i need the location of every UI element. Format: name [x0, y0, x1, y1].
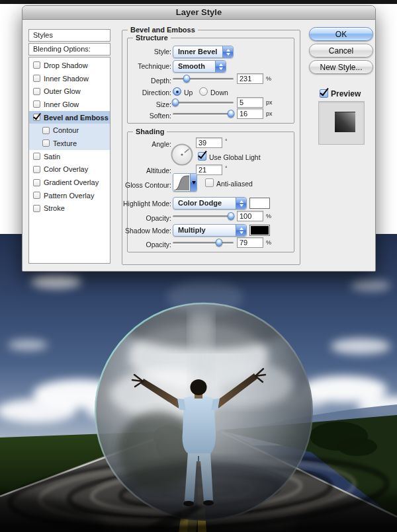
slider-thumb[interactable]	[171, 98, 179, 106]
checkbox-icon[interactable]	[33, 166, 40, 173]
checkbox-icon[interactable]	[33, 179, 40, 186]
popup-arrows-icon	[236, 198, 246, 209]
layer-style-dialog: Layer Style Styles Blending Options: Def…	[22, 5, 376, 272]
shadow-opacity-slider[interactable]	[173, 239, 234, 247]
sidebar-item-inner-shadow[interactable]: Inner Shadow	[29, 72, 110, 85]
highlight-opacity-slider[interactable]	[173, 212, 234, 221]
sidebar-item-bevel-and-emboss[interactable]: Bevel and Emboss	[29, 111, 110, 124]
preview-thumbnail-well	[318, 101, 365, 145]
sidebar-item-stroke[interactable]: Stroke	[29, 202, 110, 215]
checkbox-icon[interactable]	[42, 139, 50, 147]
shadow-opacity-input[interactable]	[237, 237, 263, 248]
size-input[interactable]	[237, 97, 263, 108]
photo-art	[0, 234, 397, 532]
gloss-contour-label: Gloss Contour:	[110, 181, 171, 189]
sidebar-item-pattern-overlay[interactable]: Pattern Overlay	[29, 189, 110, 202]
technique-select[interactable]: Smooth	[173, 60, 226, 73]
depth-slider[interactable]	[173, 75, 234, 83]
top-window-edge	[0, 0, 397, 4]
checkbox-icon[interactable]	[33, 153, 40, 160]
sidebar-item-satin[interactable]: Satin	[29, 150, 110, 163]
sidebar-item-texture[interactable]: Texture	[29, 137, 110, 150]
cancel-button[interactable]: Cancel	[309, 44, 373, 57]
shadow-mode-label: Shadow Mode:	[110, 227, 171, 235]
size-label: Size:	[110, 100, 171, 108]
background-photo	[0, 234, 397, 532]
bevel-and-emboss-panel: Bevel and Emboss Structure Style: Inner …	[122, 30, 300, 265]
preview-label: Preview	[331, 89, 361, 98]
angle-label: Angle:	[110, 140, 171, 148]
popup-arrows-icon	[222, 46, 233, 57]
checkbox-icon[interactable]	[33, 192, 40, 199]
structure-group: Structure Style: Inner Bevel Technique: …	[127, 38, 294, 124]
technique-label: Technique:	[110, 62, 171, 70]
checkbox-icon[interactable]	[33, 75, 40, 82]
checkbox-icon[interactable]	[33, 205, 40, 212]
shadow-color-swatch[interactable]	[249, 225, 270, 236]
sidebar-item-drop-shadow[interactable]: Drop Shadow	[29, 59, 110, 72]
shading-group: Shading Angle: ° Use Global Light Altitu…	[127, 132, 294, 252]
preview-checkbox[interactable]	[320, 89, 328, 98]
ok-button[interactable]: OK	[309, 27, 373, 41]
direction-label: Direction:	[110, 89, 171, 96]
gloss-contour-picker[interactable]	[173, 173, 197, 192]
soften-label: Soften:	[110, 112, 171, 120]
styles-panel-header: Styles	[28, 29, 110, 42]
slider-thumb[interactable]	[183, 75, 191, 83]
checkbox-icon[interactable]	[33, 61, 40, 69]
opacity-shadow-label: Opacity:	[110, 241, 171, 248]
altitude-input[interactable]	[196, 165, 222, 175]
sidebar-item-gradient-overlay[interactable]: Gradient Overlay	[29, 176, 110, 189]
depth-input[interactable]	[237, 73, 263, 84]
angle-dial[interactable]	[170, 143, 194, 167]
direction-up-radio[interactable]	[173, 87, 181, 96]
angle-input[interactable]	[196, 137, 222, 148]
highlight-mode-select[interactable]: Color Dodge	[173, 197, 247, 209]
slider-thumb[interactable]	[228, 110, 235, 118]
altitude-label: Altitude:	[110, 167, 171, 174]
checkbox-checked-icon[interactable]	[33, 114, 40, 121]
checkbox-icon[interactable]	[33, 88, 40, 95]
window-title: Layer Style	[22, 6, 375, 20]
sidebar-item-inner-glow[interactable]: Inner Glow	[29, 98, 110, 111]
depth-label: Depth:	[110, 77, 171, 85]
sidebar-item-contour[interactable]: Contour	[29, 124, 110, 137]
panel-title: Bevel and Emboss	[128, 26, 198, 34]
style-label: Style:	[110, 48, 171, 56]
new-style-button[interactable]: New Style...	[309, 60, 373, 74]
slider-thumb[interactable]	[215, 239, 222, 247]
opacity-highlight-label: Opacity:	[110, 214, 171, 222]
checkbox-icon[interactable]	[33, 100, 40, 108]
sidebar-item-outer-glow[interactable]: Outer Glow	[29, 85, 110, 98]
popup-arrows-icon	[215, 61, 226, 72]
sidebar-item-blending-options[interactable]: Blending Options: Default	[28, 43, 110, 56]
direction-down-radio[interactable]	[199, 87, 208, 96]
shadow-mode-select[interactable]: Multiply	[173, 224, 247, 237]
sidebar-item-color-overlay[interactable]: Color Overlay	[29, 163, 110, 176]
style-select[interactable]: Inner Bevel	[173, 46, 234, 58]
size-slider[interactable]	[173, 98, 234, 107]
checkbox-icon[interactable]	[42, 127, 50, 134]
soften-slider[interactable]	[173, 110, 234, 118]
highlight-opacity-input[interactable]	[237, 211, 263, 221]
highlight-color-swatch[interactable]	[249, 198, 270, 209]
dropdown-arrow-icon	[190, 174, 197, 191]
use-global-light-checkbox[interactable]	[198, 152, 206, 161]
styles-list: Drop Shadow Inner Shadow Outer Glow Inne…	[28, 57, 110, 264]
highlight-mode-label: Highlight Mode:	[110, 200, 171, 208]
anti-aliased-checkbox[interactable]	[205, 178, 214, 187]
soften-input[interactable]	[237, 108, 263, 119]
preview-thumbnail	[335, 112, 355, 132]
popup-arrows-icon	[236, 225, 246, 236]
slider-thumb[interactable]	[228, 212, 235, 220]
contour-curve-thumbnail	[173, 174, 190, 191]
